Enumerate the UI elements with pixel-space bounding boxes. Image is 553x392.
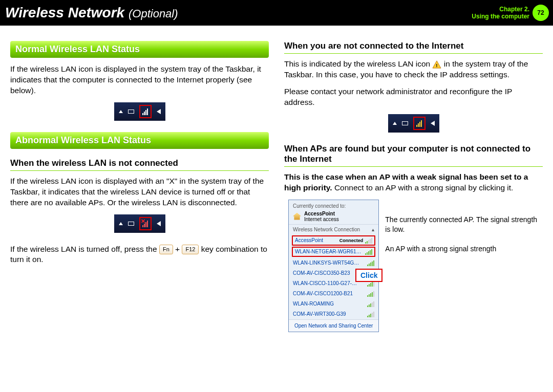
wifi-row-name: COM-AV-CISCO350-B23 [293, 270, 350, 276]
wifi-network-popup[interactable]: Currently connected to: AccessPoint Inte… [288, 200, 379, 332]
battery-icon [128, 222, 134, 226]
battery-icon [402, 121, 408, 125]
wifi-row-name: AccessPoint [295, 237, 323, 243]
chevron-up-icon[interactable]: ▴ [372, 227, 374, 232]
click-callout: Click [355, 269, 382, 282]
annotation-strong-ap: An AP with a strong signal strength [378, 244, 543, 254]
speaker-icon [157, 109, 161, 114]
wifi-row[interactable]: COM-AV-CISCO1200-B21 [289, 289, 378, 299]
wifi-row-name: WLAN-CISCO-1100-G27-CH1 [293, 280, 359, 286]
wifi-row-name: COM-AV-WRT300-G39 [293, 311, 346, 317]
f12-key: F12 [182, 245, 199, 254]
annotations: The currently connected AP. The signal s… [385, 200, 543, 254]
plus-sign: + [175, 245, 180, 253]
left-column: Normal Wireless LAN Status If the wirele… [10, 41, 269, 332]
contact-admin-paragraph: Please contact your network administrato… [284, 86, 543, 108]
normal-status-paragraph: If the wireless LAN icon is displayed in… [10, 64, 269, 96]
tray-arrow-icon [119, 222, 123, 225]
wifi-icon-highlighted [139, 105, 152, 118]
popup-wnc-label: Wireless Network Connection ▴ [289, 224, 378, 234]
house-icon [293, 213, 301, 220]
tray-arrow-icon [393, 122, 397, 125]
warning-wifi-icon: ! [432, 60, 441, 69]
section-abnormal-status: Abnormal Wireless LAN Status [10, 132, 269, 149]
popup-current-ap: AccessPoint Internet access [289, 211, 378, 224]
page-number-badge: 72 [533, 5, 549, 21]
wifi-row[interactable]: COM-AV-WRT300-G39 [289, 309, 378, 319]
p3-rest: Connect to an AP with a strong signal by… [332, 183, 514, 192]
signal-icon [367, 260, 374, 266]
signal-icon [365, 249, 372, 255]
popup-and-annotations: Currently connected to: AccessPoint Inte… [284, 200, 543, 332]
wifi-row[interactable]: WLAN-NETGEAR-WGR614v9-G28-CH11 [292, 247, 375, 257]
svg-text:!: ! [436, 62, 438, 68]
wifi-row-status: Connected [339, 238, 364, 243]
chapter-sub: Using the computer [472, 13, 529, 20]
speaker-icon [431, 121, 435, 126]
wifi-row[interactable]: AccessPointConnected [292, 235, 375, 246]
content-columns: Normal Wireless LAN Status If the wirele… [0, 26, 553, 332]
wifi-row-name: WLAN-ROAMING [293, 301, 334, 307]
not-internet-paragraph: This is indicated by the wireless LAN ic… [284, 59, 543, 80]
popup-ap-name: AccessPoint [304, 211, 339, 216]
wifi-row-name: WLAN-NETGEAR-WGR614v9-G28-CH11 [295, 249, 361, 254]
annotation-current-ap: The currently connected AP. The signal s… [378, 215, 543, 235]
popup-connected-label: Currently connected to: [289, 203, 378, 211]
right-column: When you are not connected to the Intern… [284, 41, 543, 332]
tray-arrow-icon [119, 110, 123, 113]
signal-icon [365, 237, 372, 244]
sub-aps-found: When APs are found but your computer is … [284, 144, 543, 167]
signal-icon [367, 291, 374, 297]
abnormal-paragraph: If the wireless LAN icon is displayed wi… [10, 176, 269, 208]
chapter-info: Chapter 2. Using the computer [472, 6, 529, 20]
fn-key: Fn [159, 245, 173, 254]
signal-icon [367, 311, 374, 317]
title-optional: (Optional) [129, 7, 178, 20]
wifi-warning-icon-highlighted [413, 117, 426, 130]
chapter-label: Chapter 2. [472, 6, 529, 13]
sub-not-connected: When the wireless LAN is not connected [10, 158, 269, 171]
header-right: Chapter 2. Using the computer 72 [472, 5, 553, 21]
p1a: This is indicated by the wireless LAN ic… [284, 59, 432, 68]
sub-not-internet: When you are not connected to the Intern… [284, 41, 543, 54]
title-main: Wireless Network [5, 5, 124, 20]
section-normal-status: Normal Wireless LAN Status [10, 41, 269, 58]
page-title: Wireless Network (Optional) [5, 5, 178, 21]
battery-icon [128, 110, 134, 114]
speaker-icon [157, 221, 161, 226]
wifi-row-name: WLAN-LINKSYS-WRT54G-B24 [293, 260, 359, 266]
popup-footer-link[interactable]: Open Network and Sharing Center [289, 319, 378, 332]
page-header: Wireless Network (Optional) Chapter 2. U… [0, 0, 553, 26]
system-tray-warning [388, 114, 439, 133]
key-line-prefix: If the wireless LAN is turned off, press… [10, 245, 157, 253]
aps-found-paragraph: This is the case when an AP with a weak … [284, 172, 543, 193]
system-tray-disconnected [114, 214, 165, 233]
signal-icon [367, 301, 374, 307]
key-combo-line: If the wireless LAN is turned off, press… [10, 244, 269, 266]
popup-ap-sub: Internet access [304, 216, 339, 222]
system-tray-normal [114, 102, 165, 121]
wifi-row-name: COM-AV-CISCO1200-B21 [293, 291, 353, 296]
wifi-row[interactable]: WLAN-ROAMING [289, 299, 378, 309]
wifi-row[interactable]: WLAN-LINKSYS-WRT54G-B24 [289, 258, 378, 268]
wifi-x-icon-highlighted [139, 217, 152, 230]
